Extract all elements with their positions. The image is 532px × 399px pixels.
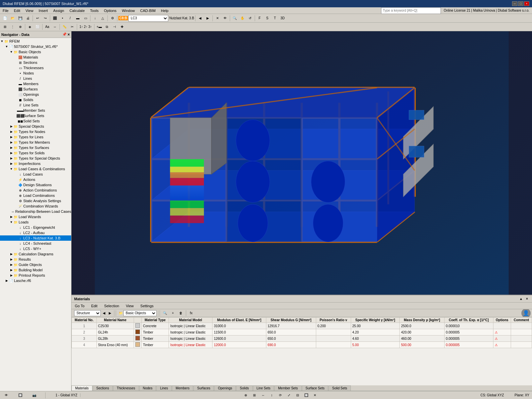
mat-view[interactable]: View (124, 304, 136, 308)
nav-close-btn[interactable]: × (67, 32, 70, 37)
nav-item-openings[interactable]: ⬜Openings (0, 92, 71, 97)
col-tab-materials[interactable]: Materials (71, 385, 92, 391)
col-tab-openings[interactable]: Openings (214, 385, 236, 391)
grid-btn[interactable]: ⋮ (9, 23, 16, 31)
menu-insert[interactable]: Insert (36, 8, 51, 13)
menu-file[interactable]: File (0, 8, 11, 13)
render-btn[interactable]: ◈ (26, 23, 34, 31)
nav-item-types-nodes[interactable]: ▶📁Types for Nodes (0, 129, 71, 134)
nav-item-guide-objects[interactable]: ▶📁Guide Objects (0, 262, 71, 267)
nav-item-lines[interactable]: /Lines (0, 76, 71, 81)
nav-item-types-solids[interactable]: ▶📁Types for Solids (0, 150, 71, 156)
nav-item-line-sets[interactable]: //Line Sets (0, 102, 71, 108)
save-btn[interactable]: 💾 (17, 15, 24, 22)
dim-btn[interactable]: ↔ (51, 23, 59, 31)
ortho-btn[interactable]: ⊕ (17, 23, 24, 31)
nav-item-materials[interactable]: 🧱Materials (0, 55, 71, 60)
nav-item-sections[interactable]: ⊞Sections (0, 60, 71, 65)
mat-edit[interactable]: Edit (89, 304, 99, 308)
move-btn[interactable]: ✚ (118, 23, 126, 31)
select-btn[interactable]: ⬛ (51, 15, 59, 22)
nav-item-nodes[interactable]: •Nodes (0, 70, 71, 76)
col-tab-surfaces[interactable]: Surfaces (194, 385, 214, 391)
nav-item-thicknesses[interactable]: ▭Thicknesses (0, 65, 71, 70)
col-tab-solid-sets[interactable]: Solid Sets (329, 385, 351, 391)
nav-pin-btn[interactable]: 📌 (62, 32, 67, 37)
mat-formula-btn[interactable]: fx (188, 310, 195, 317)
nav-item-load-combinations[interactable]: ⊕Load Combinations (0, 193, 71, 198)
maximize-button[interactable]: □ (518, 1, 523, 6)
nav-item-static-analysis[interactable]: ⚙Static Analysis Settings (0, 198, 71, 203)
display-btn[interactable]: 👁 (221, 15, 229, 22)
col-tab-nodes[interactable]: Nodes (139, 385, 156, 391)
lc-selector[interactable]: LC3 LC1 LC2 LC4 LC5 (128, 15, 168, 22)
new-btn[interactable]: 📄 (1, 15, 9, 22)
load-btn[interactable]: ↓ (91, 15, 99, 22)
status-more2[interactable]: ⊞ (251, 392, 258, 399)
nav-item-lc1[interactable]: ↓LC1 - Eigengewicht (0, 225, 71, 230)
nav-item-types-special[interactable]: ▶📁Types for Special Objects (0, 156, 71, 161)
nav-item-load-cases[interactable]: ↓Load Cases (0, 172, 71, 177)
nav-item-lc5[interactable]: ↓LC5 - WY+ (0, 246, 71, 251)
menu-window[interactable]: Window (119, 8, 137, 13)
menu-tools[interactable]: Tools (87, 8, 101, 13)
mat-search-btn[interactable]: 🔍 (161, 310, 169, 317)
result-type-btn[interactable]: ✕ (214, 15, 221, 22)
mat-path-dropdown[interactable]: Basic Objects (123, 310, 157, 316)
nav-item-surface-sets[interactable]: ⬛⬛Surface Sets (0, 113, 71, 118)
print-btn[interactable]: 🖨 (24, 15, 32, 22)
member-btn[interactable]: ▬ (74, 15, 81, 22)
status-more6[interactable]: ⤢ (285, 392, 293, 399)
nav-item-imperfections[interactable]: ▶📁Imperfections (0, 161, 71, 166)
calculate-btn[interactable]: ⚙ (109, 15, 116, 22)
mat-goto[interactable]: Go To (73, 304, 86, 308)
nav-item-solids[interactable]: ◼Solids (0, 97, 71, 102)
nav-item-surfaces[interactable]: ⬛Surfaces (0, 86, 71, 92)
status-more8[interactable]: 🔲 (303, 392, 310, 399)
close-button[interactable]: × (524, 1, 529, 6)
col-tab-lines[interactable]: Lines (156, 385, 172, 391)
col-tab-solids[interactable]: Solids (236, 385, 252, 391)
menu-edit[interactable]: Edit (11, 8, 23, 13)
nav-item-types-lines[interactable]: ▶📁Types for Lines (0, 134, 71, 140)
mirror-btn[interactable]: ⊣ (111, 23, 118, 31)
menu-cadbim[interactable]: CAD-BIM (138, 8, 158, 13)
top-view-btn[interactable]: T (271, 15, 279, 22)
undo-btn[interactable]: ↩ (34, 15, 41, 22)
nav-item-relationship-load-cases[interactable]: ↔Relationship Between Load Cases (0, 209, 71, 214)
mat-add-btn[interactable]: + (169, 310, 177, 317)
col-tab-members[interactable]: Members (172, 385, 193, 391)
nav-item-lc2[interactable]: ↓LC2 - Aufbau (0, 230, 71, 235)
support-btn[interactable]: △ (99, 15, 106, 22)
side-view-btn[interactable]: S (264, 15, 271, 22)
mat-options[interactable] (493, 323, 511, 329)
status-more3[interactable]: ↔ (259, 392, 267, 399)
nav-item-types-surfaces[interactable]: ▶📁Types for Surfaces (0, 145, 71, 150)
menu-calculate[interactable]: Calculate (67, 8, 87, 13)
nav-item-lc3[interactable]: ↓LC3 - Nutzlast Kat. 3.B (0, 235, 71, 241)
3d-view-btn[interactable]: 3D (279, 15, 286, 22)
mat-selection[interactable]: Selection (102, 304, 121, 308)
nav-item-solid-sets[interactable]: ◼◼Solid Sets (0, 118, 71, 124)
section-btn[interactable]: ✂ (68, 23, 76, 31)
keyword-search[interactable] (381, 7, 441, 14)
nav-item-load-cases-combinations[interactable]: ▼📁Load Cases & Combinations (0, 166, 71, 172)
prev-lc-btn[interactable]: ◀ (197, 15, 204, 22)
nav-item-types-members[interactable]: ▶📁Types for Members (0, 140, 71, 145)
nav-item-lasche[interactable]: ▶📄Lasche.rf6 (0, 278, 71, 283)
front-view-btn[interactable]: F (256, 15, 263, 22)
status-more7[interactable]: ⊟ (294, 392, 301, 399)
status-snap-btn[interactable]: 🔲 (17, 392, 24, 399)
anno-btn[interactable]: Aa (44, 23, 51, 31)
copy-btn[interactable]: ⧉ (103, 23, 110, 31)
line-btn[interactable]: / (66, 15, 74, 22)
nav-item-basic-objects[interactable]: ▼📁Basic Objects (0, 49, 71, 55)
menu-help[interactable]: Help (158, 8, 171, 13)
snap-btn[interactable]: ⊞ (1, 23, 9, 31)
nav-item-load-wizards[interactable]: ▶📁Load Wizards (0, 214, 71, 219)
nav-item-combination-wizards[interactable]: 🪄Combination Wizards (0, 203, 71, 209)
status-view-btn[interactable]: 👁 (3, 392, 10, 399)
table-row[interactable]: 2GL24hTimberIsotropic | Linear Elastic11… (72, 329, 532, 335)
pan-btn[interactable]: ✋ (239, 15, 246, 22)
nav-item-printout-reports[interactable]: ▶📁Printout Reports (0, 273, 71, 278)
